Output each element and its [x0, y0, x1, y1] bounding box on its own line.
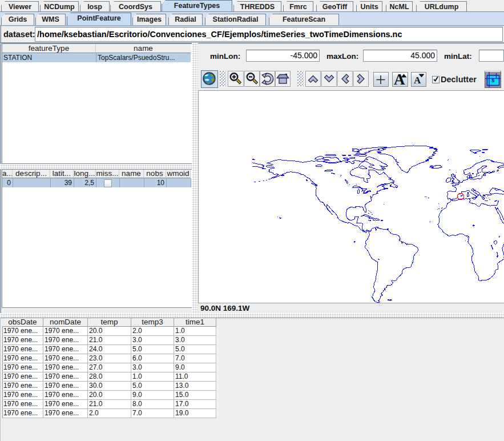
svg-text:s: s: [491, 77, 495, 83]
